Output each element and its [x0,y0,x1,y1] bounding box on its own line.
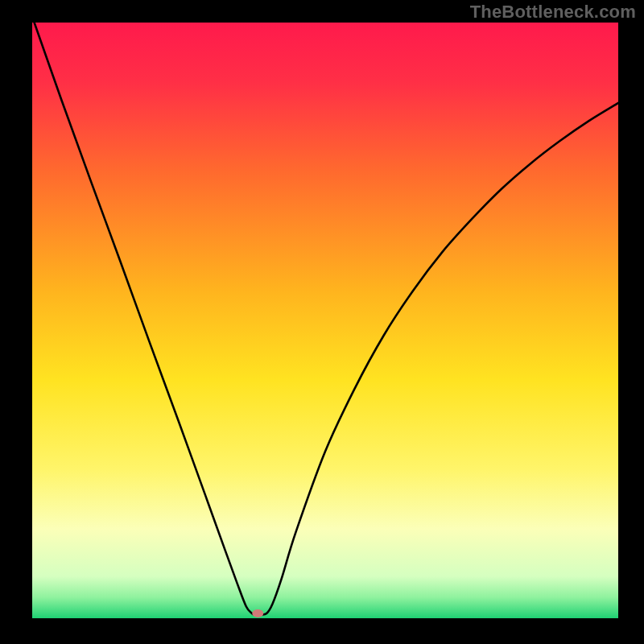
bottleneck-chart [0,0,644,644]
watermark-text: TheBottleneck.com [470,2,636,23]
chart-frame: TheBottleneck.com [0,0,644,644]
plot-background [32,23,618,618]
minimum-marker [252,609,263,617]
